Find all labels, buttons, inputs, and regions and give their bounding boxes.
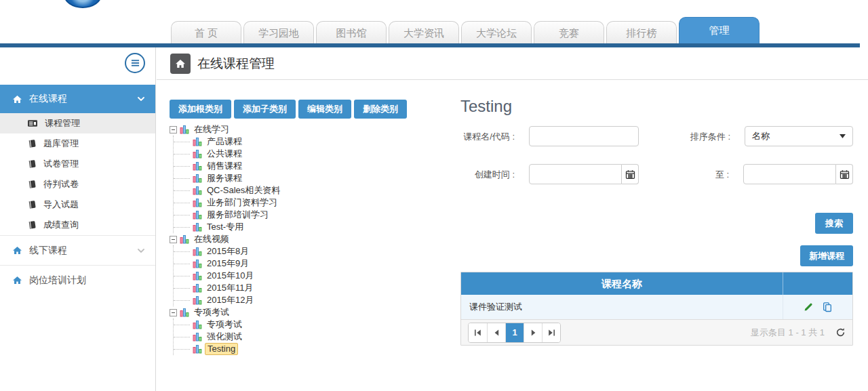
- tree-node[interactable]: 2015年11月: [193, 282, 282, 294]
- sidebar-item-question-bank[interactable]: 题库管理: [0, 133, 155, 154]
- book-icon: [27, 159, 37, 169]
- tab-library[interactable]: 图书馆: [316, 21, 387, 43]
- collapse-icon[interactable]: [170, 236, 177, 243]
- last-page-button[interactable]: [542, 323, 560, 342]
- tree-node-root[interactable]: 在线学习: [170, 123, 282, 136]
- to-time-input[interactable]: [743, 164, 836, 184]
- add-course-button[interactable]: 新增课程: [800, 245, 853, 266]
- bar-chart-icon: [180, 308, 189, 317]
- top-banner: 首 页 学习园地 图书馆 大学资讯 大学论坛 竞赛 排行榜 管理: [0, 0, 868, 43]
- tree-node-label: 2015年12月: [205, 295, 256, 306]
- tree-node[interactable]: 专项考试: [193, 318, 282, 331]
- row-actions-cell: [783, 295, 852, 319]
- book-icon: [27, 220, 37, 230]
- page-title-badge: [170, 54, 191, 74]
- created-time-group: 创建时间 :: [460, 164, 639, 184]
- tab-university-forum[interactable]: 大学论坛: [461, 21, 532, 43]
- prev-page-icon: [492, 329, 501, 337]
- edit-category-button[interactable]: 编辑类别: [298, 100, 351, 119]
- bar-chart-icon: [193, 137, 202, 146]
- next-page-button[interactable]: [524, 323, 542, 342]
- tab-home[interactable]: 首 页: [171, 21, 241, 43]
- tab-competition[interactable]: 竞赛: [534, 21, 604, 43]
- first-page-button[interactable]: [469, 323, 487, 342]
- panel-title: Testing: [460, 96, 853, 117]
- tab-admin[interactable]: 管理: [679, 17, 760, 43]
- sidebar-item-exam-paper[interactable]: 试卷管理: [0, 154, 155, 174]
- tree-node[interactable]: Test-专用: [193, 221, 282, 233]
- to-time-field: [743, 164, 853, 184]
- tree-node[interactable]: 2015年12月: [193, 294, 282, 306]
- created-time-input[interactable]: [529, 164, 622, 184]
- sidebar-item-course-management[interactable]: 课程管理: [0, 113, 155, 133]
- add-course-row: 新增课程: [460, 234, 853, 266]
- sidebar-item-pending-papers[interactable]: 待判试卷: [0, 174, 155, 194]
- pagination-bar: 1 显示条目 1 - 1 共 1: [461, 319, 852, 345]
- tree-node-label: 2015年8月: [205, 246, 251, 257]
- calendar-icon: [625, 169, 635, 180]
- bar-chart-icon: [193, 149, 202, 159]
- course-table: 课程名称 课件验证测试: [460, 272, 853, 346]
- tree-node[interactable]: 服务课程: [193, 172, 282, 184]
- site-logo[interactable]: [64, 0, 102, 8]
- created-time-calendar-button[interactable]: [622, 164, 639, 184]
- tree-node[interactable]: 2015年8月: [193, 245, 282, 258]
- tree-node-root[interactable]: 在线视频: [170, 233, 282, 245]
- edit-button[interactable]: [803, 302, 814, 312]
- sidebar-item-label: 课程管理: [45, 117, 80, 129]
- filter-row-2: 创建时间 : 至 :: [460, 164, 853, 184]
- sidebar-toggle-button[interactable]: [125, 53, 145, 73]
- prev-page-button[interactable]: [487, 323, 505, 342]
- course-name-input[interactable]: [529, 126, 639, 146]
- tree-node-selected[interactable]: Testing: [193, 343, 282, 355]
- copy-button[interactable]: [822, 302, 833, 312]
- tab-ranking[interactable]: 排行榜: [606, 21, 677, 43]
- tree-node[interactable]: 销售课程: [193, 160, 282, 172]
- sidebar-section-online-course[interactable]: 在线课程: [0, 85, 155, 113]
- tree-children: 2015年8月 2015年9月 2015年10月 2015年11月 2015年1…: [173, 245, 282, 306]
- tree-node[interactable]: 公共课程: [193, 148, 282, 160]
- delete-category-button[interactable]: 删除类别: [354, 100, 407, 119]
- tree-node[interactable]: 产品课程: [193, 136, 282, 148]
- tree-node-root[interactable]: 专项考试: [170, 306, 282, 318]
- table-row[interactable]: 课件验证测试: [461, 295, 852, 319]
- page-header: 在线课程管理: [157, 47, 868, 80]
- bar-chart-icon: [193, 210, 202, 220]
- course-name-column-header: 课程名称: [461, 272, 783, 295]
- home-icon: [175, 59, 186, 68]
- search-button[interactable]: 搜索: [815, 213, 853, 234]
- sidebar-item-score-query[interactable]: 成绩查询: [0, 215, 155, 235]
- chevron-down-icon: [138, 249, 144, 253]
- last-page-icon: [547, 329, 556, 337]
- refresh-button[interactable]: [835, 327, 846, 337]
- tree-children: 产品课程 公共课程 销售课程 服务课程 QC-Sales相关资料 业务部门资料学…: [173, 136, 282, 233]
- next-page-icon: [529, 329, 538, 337]
- collapse-icon[interactable]: [170, 309, 177, 316]
- sidebar-section-offline-course[interactable]: 线下课程: [0, 235, 155, 265]
- to-time-calendar-button[interactable]: [836, 164, 853, 184]
- page-number-button[interactable]: 1: [505, 323, 524, 342]
- tab-learning-garden[interactable]: 学习园地: [243, 21, 314, 43]
- tree-node-label: 2015年9月: [205, 258, 251, 269]
- tree-node[interactable]: 强化测试: [193, 331, 282, 343]
- bar-chart-icon: [180, 234, 189, 244]
- bar-chart-icon: [193, 222, 202, 232]
- tree-node[interactable]: 2015年9月: [193, 258, 282, 270]
- collapse-icon[interactable]: [170, 126, 177, 133]
- first-page-icon: [473, 329, 482, 337]
- course-panel: Testing 课程名/代码 : 排序条件 : 名称: [460, 96, 853, 346]
- tab-university-news[interactable]: 大学资讯: [389, 21, 459, 43]
- home-icon: [12, 246, 22, 255]
- actions-column-header: [783, 272, 852, 295]
- sidebar-section-job-training-plan[interactable]: 岗位培训计划: [0, 265, 155, 295]
- bar-chart-icon: [193, 161, 202, 171]
- tree-node-label: 专项考试: [205, 319, 244, 330]
- sidebar-item-import-questions[interactable]: 导入试题: [0, 194, 155, 215]
- sort-select[interactable]: 名称: [745, 126, 853, 146]
- tree-node[interactable]: 业务部门资料学习: [193, 197, 282, 209]
- tree-node[interactable]: 2015年10月: [193, 270, 282, 282]
- tree-node[interactable]: 服务部培训学习: [193, 209, 282, 221]
- tree-node[interactable]: QC-Sales相关资料: [193, 184, 282, 197]
- add-root-category-button[interactable]: 添加根类别: [170, 100, 231, 119]
- add-sub-category-button[interactable]: 添加子类别: [234, 100, 296, 119]
